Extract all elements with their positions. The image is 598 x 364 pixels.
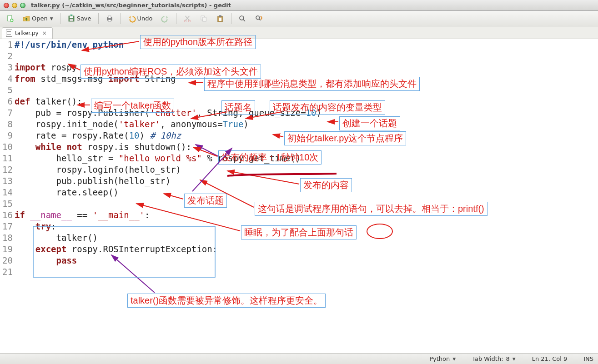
editor[interactable]: 123456789101112131415161718192021 #!/usr… [0, 39, 598, 353]
open-caret-icon: ▼ [50, 16, 53, 21]
line-number: 14 [0, 187, 13, 198]
tab-close-icon[interactable]: × [41, 30, 48, 36]
annotation-6: 话题发布的内容的变量类型 [270, 100, 385, 115]
line-number: 19 [0, 244, 13, 255]
tab-width-selector[interactable]: Tab Width: 8 ▼ [472, 355, 516, 362]
svg-rect-11 [202, 17, 206, 21]
svg-rect-3 [70, 16, 73, 18]
toolbar: Open ▼ Save Undo [0, 11, 598, 26]
toolbar-separator [231, 13, 231, 24]
copy-button[interactable] [196, 13, 211, 25]
status-bar: Python ▼ Tab Width: 8 ▼ Ln 21, Col 9 INS [0, 353, 598, 364]
zoom-window-icon[interactable] [20, 3, 25, 8]
line-number: 1 [0, 39, 13, 50]
line-number: 3 [0, 62, 13, 73]
minimize-window-icon[interactable] [12, 3, 17, 8]
language-selector[interactable]: Python ▼ [429, 355, 456, 362]
svg-rect-14 [219, 17, 221, 21]
open-button[interactable]: Open ▼ [19, 13, 56, 25]
line-number: 20 [0, 255, 13, 266]
annotation-9: 发布的频率：1秒钟10次 [218, 150, 322, 165]
line-number: 15 [0, 198, 13, 209]
redo-button[interactable] [158, 13, 172, 25]
open-icon [22, 15, 30, 23]
insert-mode-label: INS [583, 355, 593, 362]
undo-button[interactable]: Undo [125, 13, 156, 25]
line-number: 13 [0, 175, 13, 187]
paste-button[interactable] [213, 13, 227, 25]
print-button[interactable] [102, 13, 117, 25]
search-icon [238, 15, 246, 23]
find-button[interactable] [235, 13, 250, 25]
tab-bar: talker.py × [0, 26, 598, 39]
toolbar-separator [121, 13, 121, 24]
annotation-11: 这句话是调试程序用的语句，可以去掉。相当于：printf() [255, 202, 487, 216]
toolbar-separator [60, 13, 60, 24]
undo-label: Undo [137, 15, 153, 22]
code-line[interactable]: except rospy.ROSInterruptException: [15, 244, 598, 255]
tab-width-value: 8 [506, 355, 510, 362]
svg-point-16 [256, 16, 260, 20]
line-number: 2 [0, 50, 13, 62]
line-number: 21 [0, 266, 13, 278]
code-line[interactable] [15, 50, 598, 62]
svg-point-15 [240, 16, 244, 20]
undo-icon [128, 15, 136, 23]
annotation-14: talker()函数需要被异常修饰。这样程序更安全。 [127, 294, 326, 308]
print-icon [106, 15, 114, 23]
close-window-icon[interactable] [4, 3, 9, 8]
code-line[interactable]: #!/usr/bin/env python [15, 39, 598, 50]
line-number: 9 [0, 130, 13, 141]
language-label: Python [429, 355, 450, 362]
cut-button[interactable] [180, 13, 195, 25]
code-line[interactable] [15, 266, 598, 278]
svg-rect-4 [70, 19, 73, 21]
line-number: 12 [0, 164, 13, 175]
copy-icon [200, 15, 208, 23]
svg-rect-7 [108, 20, 111, 21]
code-line[interactable]: rospy.loginfo(hello_str) [15, 164, 598, 175]
annotation-4: 编写一个talker函数 [91, 99, 174, 113]
find-replace-button[interactable] [251, 13, 266, 25]
find-replace-icon [255, 15, 263, 23]
annotation-1: 使用的python版本所在路径 [140, 35, 256, 49]
line-number: 5 [0, 85, 13, 96]
toolbar-separator [176, 13, 176, 24]
line-number: 16 [0, 209, 13, 221]
insert-mode[interactable]: INS [583, 355, 593, 362]
line-number: 4 [0, 73, 13, 85]
annotation-10: 发布的内容 [300, 178, 352, 192]
line-number: 10 [0, 141, 13, 153]
paste-icon [216, 15, 224, 23]
tab-talker-py[interactable]: talker.py × [2, 27, 53, 39]
toolbar-separator [98, 13, 99, 24]
annotation-5: 话题名 [221, 100, 255, 115]
new-document-icon [6, 15, 14, 23]
line-number: 6 [0, 96, 13, 107]
annotation-12: 发布话题 [184, 194, 227, 208]
save-label: Save [77, 15, 91, 22]
code-line[interactable]: rospy.init_node('talker', anonymous=True… [15, 119, 598, 130]
redo-icon [161, 15, 169, 23]
new-document-button[interactable] [3, 13, 17, 25]
open-label: Open [32, 15, 48, 22]
annotation-13: 睡眠，为了配合上面那句话 [241, 225, 357, 239]
tab-width-label: Tab Width: [472, 355, 503, 362]
window-controls [4, 3, 25, 8]
cut-icon [183, 15, 191, 23]
svg-rect-6 [108, 16, 111, 18]
code-line[interactable]: pass [15, 255, 598, 266]
annotation-3: 程序中使用到哪些消息类型，都有添加响应的头文件 [204, 77, 420, 91]
title-bar: talker.py (~/catkin_ws/src/beginner_tuto… [0, 0, 598, 11]
save-button[interactable]: Save [64, 13, 95, 25]
line-number: 18 [0, 232, 13, 244]
line-number-gutter: 123456789101112131415161718192021 [0, 39, 15, 353]
cursor-position: Ln 21, Col 9 [532, 355, 567, 362]
line-number: 11 [0, 153, 13, 164]
caret-down-icon: ▼ [513, 357, 516, 361]
window-title: talker.py (~/catkin_ws/src/beginner_tuto… [31, 2, 231, 9]
save-icon [67, 15, 75, 23]
line-number: 17 [0, 221, 13, 232]
svg-rect-13 [219, 15, 221, 17]
caret-down-icon: ▼ [452, 357, 456, 361]
